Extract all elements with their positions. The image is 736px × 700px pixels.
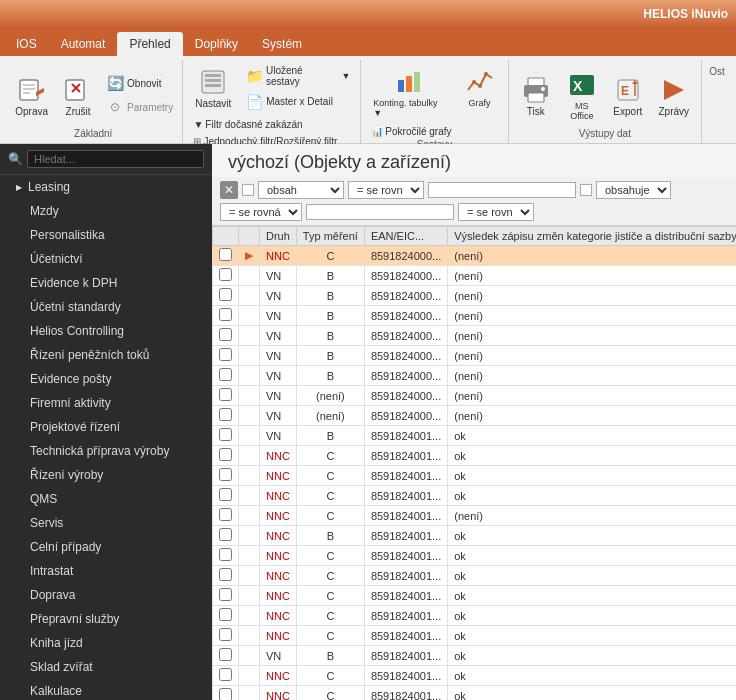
sidebar-item-14[interactable]: Servis (0, 511, 212, 535)
filter-op-2[interactable]: = se rovná = se rovn (220, 203, 302, 221)
tab-system[interactable]: Systém (250, 32, 314, 56)
table-row[interactable]: NNCC8591824001...ok (213, 626, 737, 646)
cell-check[interactable] (213, 626, 239, 646)
table-row[interactable]: ▶NNCC8591824000...(není) (213, 246, 737, 266)
table-row[interactable]: NNCC8591824001...(není) (213, 506, 737, 526)
table-row[interactable]: VNB8591824001...ok (213, 426, 737, 446)
sidebar-item-3[interactable]: Účetnictví (0, 247, 212, 271)
sidebar-item-9[interactable]: Firemní aktivity (0, 391, 212, 415)
table-row[interactable]: NNCC8591824001...ok (213, 586, 737, 606)
sidebar-item-11[interactable]: Technická příprava výroby (0, 439, 212, 463)
filter-op-last[interactable]: = se rovn (458, 203, 534, 221)
cell-check[interactable] (213, 446, 239, 466)
cell-check[interactable] (213, 546, 239, 566)
ms-office-button[interactable]: X MSOffice (560, 65, 604, 125)
sidebar-item-16[interactable]: Intrastat (0, 559, 212, 583)
cell-check[interactable] (213, 586, 239, 606)
table-row[interactable]: NNCC8591824001...ok (213, 686, 737, 701)
table-row[interactable]: VNB8591824000...(není) (213, 326, 737, 346)
table-row[interactable]: VNB8591824001...ok (213, 646, 737, 666)
filtr-docasne-button[interactable]: ▼ Filtr dočasné zakázán (189, 117, 306, 132)
cell-check[interactable] (213, 406, 239, 426)
filter-check-1[interactable] (242, 184, 254, 196)
filter-field-1[interactable]: obsah Druh Typ měření (258, 181, 344, 199)
table-row[interactable]: VN(není)8591824000...(není) (213, 386, 737, 406)
sidebar-item-17[interactable]: Doprava (0, 583, 212, 607)
sidebar-item-1[interactable]: Mzdy (0, 199, 212, 223)
filter-close-button[interactable]: ✕ (220, 181, 238, 199)
sidebar-item-5[interactable]: Účetní standardy (0, 295, 212, 319)
cell-check[interactable] (213, 506, 239, 526)
table-row[interactable]: VNB8591824000...(není) (213, 306, 737, 326)
cell-check[interactable] (213, 486, 239, 506)
cell-check[interactable] (213, 266, 239, 286)
sidebar-item-2[interactable]: Personalistika (0, 223, 212, 247)
cell-check[interactable] (213, 686, 239, 701)
sidebar-item-6[interactable]: Helios Controlling (0, 319, 212, 343)
cell-check[interactable] (213, 566, 239, 586)
filter-value-1[interactable] (428, 182, 576, 198)
table-row[interactable]: VNB8591824000...(není) (213, 346, 737, 366)
sidebar-item-21[interactable]: Kalkulace (0, 679, 212, 700)
cell-check[interactable] (213, 326, 239, 346)
table-row[interactable]: VN(není)8591824000...(není) (213, 406, 737, 426)
table-row[interactable]: VNB8591824000...(není) (213, 286, 737, 306)
th-typ[interactable]: Typ měření (296, 227, 364, 246)
table-row[interactable]: NNCC8591824001...ok (213, 466, 737, 486)
sidebar-item-20[interactable]: Sklad zvířat (0, 655, 212, 679)
table-row[interactable]: VNB8591824000...(není) (213, 266, 737, 286)
zpravy-button[interactable]: Zprávy (652, 70, 696, 121)
sidebar-item-19[interactable]: Kniha jízd (0, 631, 212, 655)
oprava-button[interactable]: Oprava (9, 70, 54, 121)
grafy-button[interactable]: Grafy (458, 62, 502, 122)
tisk-button[interactable]: Tisk (514, 70, 558, 121)
table-row[interactable]: VNB8591824000...(není) (213, 366, 737, 386)
cell-check[interactable] (213, 526, 239, 546)
filter-op-1[interactable]: = se rovn obsahuje (348, 181, 424, 199)
table-row[interactable]: NNCC8591824001...ok (213, 446, 737, 466)
sidebar-item-4[interactable]: Evidence k DPH (0, 271, 212, 295)
table-row[interactable]: NNCC8591824001...ok (213, 566, 737, 586)
cell-check[interactable] (213, 366, 239, 386)
table-row[interactable]: NNCC8591824001...ok (213, 606, 737, 626)
sidebar-item-7[interactable]: Řízení peněžních toků (0, 343, 212, 367)
sidebar-item-13[interactable]: QMS (0, 487, 212, 511)
ulozene-sestavy-button[interactable]: 📁 Uložené sestavy ▼ (241, 63, 354, 89)
tab-ios[interactable]: IOS (4, 32, 49, 56)
search-input[interactable] (27, 150, 204, 168)
cell-check[interactable] (213, 246, 239, 266)
table-row[interactable]: NNCC8591824001...ok (213, 666, 737, 686)
tab-doplnky[interactable]: Doplňky (183, 32, 250, 56)
cell-check[interactable] (213, 466, 239, 486)
kontingencni-button[interactable]: Konting. tabulky ▼ (367, 62, 453, 122)
cell-check[interactable] (213, 606, 239, 626)
cell-check[interactable] (213, 646, 239, 666)
master-detail-button[interactable]: 📄 Master x Detail (241, 91, 337, 113)
cell-check[interactable] (213, 346, 239, 366)
th-vysledek[interactable]: Výsledek zápisu změn kategorie jističe a… (448, 227, 736, 246)
filter-check-2[interactable] (580, 184, 592, 196)
th-druh[interactable]: Druh (260, 227, 297, 246)
cell-check[interactable] (213, 666, 239, 686)
export-button[interactable]: E Export (606, 70, 650, 121)
obnovit-button[interactable]: 🔄 Obnovit (102, 72, 165, 94)
pokrocile-grafy-button[interactable]: 📊 Pokročilé grafy (367, 124, 455, 139)
sidebar-item-10[interactable]: Projektové řízení (0, 415, 212, 439)
nastavit-button[interactable]: Nastavit (189, 62, 237, 113)
zrusit-button[interactable]: Zrušit (56, 70, 100, 121)
th-ean[interactable]: EAN/EIC... (364, 227, 447, 246)
sidebar-item-12[interactable]: Řízení výroby (0, 463, 212, 487)
cell-check[interactable] (213, 386, 239, 406)
filter-value-2[interactable] (306, 204, 454, 220)
filter-field-2[interactable]: obsahuje obsah (596, 181, 671, 199)
parametry-button[interactable]: ⊙ Parametry (102, 96, 177, 118)
table-row[interactable]: NNCC8591824001...ok (213, 546, 737, 566)
tab-prehled[interactable]: Přehled (117, 32, 182, 56)
sidebar-item-8[interactable]: Evidence pošty (0, 367, 212, 391)
tab-automat[interactable]: Automat (49, 32, 118, 56)
table-row[interactable]: NNCC8591824001...ok (213, 486, 737, 506)
cell-check[interactable] (213, 306, 239, 326)
table-row[interactable]: NNCB8591824001...ok (213, 526, 737, 546)
cell-check[interactable] (213, 286, 239, 306)
cell-check[interactable] (213, 426, 239, 446)
